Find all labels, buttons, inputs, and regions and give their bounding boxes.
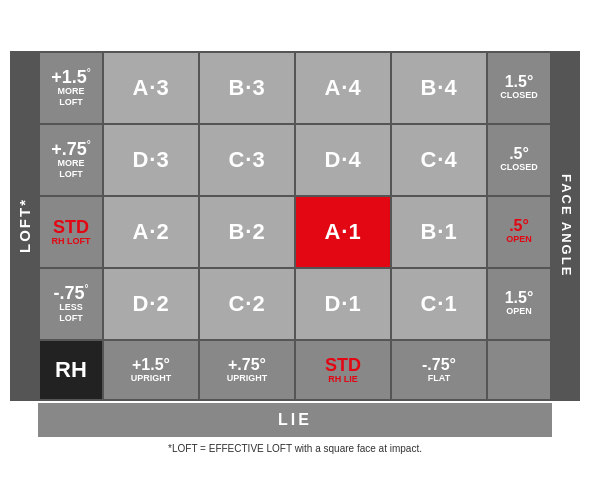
cell-c2: C·2 <box>200 269 294 339</box>
main-grid: +1.5° MORELOFT A·3 B·3 A·4 B·4 1.5° CLOS… <box>38 51 552 401</box>
lie-std-label: STD <box>325 356 361 374</box>
face-cell-2: .5° CLOSED <box>488 125 550 195</box>
lie-cell-2: +.75° UPRIGHT <box>200 341 294 399</box>
grid-row-3: STD RH LOFT A·2 B·2 A·1 B·1 .5° OPEN <box>40 197 550 267</box>
cell-a4: A·4 <box>296 53 390 123</box>
row-label-4: -.75° LESSLOFT <box>40 269 102 339</box>
lie-desc-1: UPRIGHT <box>131 373 172 383</box>
lie-cell-1: +1.5° UPRIGHT <box>104 341 198 399</box>
face-degree-3: .5° <box>509 218 529 234</box>
face-desc-1: CLOSED <box>500 90 538 101</box>
lie-cell-std: STD RH LIE <box>296 341 390 399</box>
lie-cell-4: -.75° FLAT <box>392 341 486 399</box>
face-desc-3: OPEN <box>506 234 532 245</box>
std-loft-label: STD <box>53 218 89 236</box>
std-loft-sub: RH LOFT <box>52 236 91 246</box>
cell-a2: A·2 <box>104 197 198 267</box>
face-cell-3: .5° OPEN <box>488 197 550 267</box>
cell-a1-active: A·1 <box>296 197 390 267</box>
row-label-1: +1.5° MORELOFT <box>40 53 102 123</box>
cell-c4: C·4 <box>392 125 486 195</box>
cell-c3: C·3 <box>200 125 294 195</box>
lie-desc-2: UPRIGHT <box>227 373 268 383</box>
rh-label: RH <box>40 341 102 399</box>
lie-degree-1: +1.5° <box>132 357 170 373</box>
lie-bar: LIE <box>38 403 552 437</box>
loft-degree-4: -.75° <box>53 284 88 302</box>
loft-label: LOFT* <box>10 51 38 401</box>
grid-row-1: +1.5° MORELOFT A·3 B·3 A·4 B·4 1.5° CLOS… <box>40 53 550 123</box>
cell-d2: D·2 <box>104 269 198 339</box>
cell-b3: B·3 <box>200 53 294 123</box>
lie-bar-wrapper: LIE <box>10 403 580 437</box>
face-desc-2: CLOSED <box>500 162 538 173</box>
lie-desc-4: FLAT <box>428 373 450 383</box>
cell-d3: D·3 <box>104 125 198 195</box>
face-degree-1: 1.5° <box>505 74 534 90</box>
row-label-2: +.75° MORELOFT <box>40 125 102 195</box>
footnote: *LOFT = EFFECTIVE LOFT with a square fac… <box>10 443 580 454</box>
lie-degree-2: +.75° <box>228 357 266 373</box>
grid-row-2: +.75° MORELOFT D·3 C·3 D·4 C·4 .5° CLOSE… <box>40 125 550 195</box>
cell-d1: D·1 <box>296 269 390 339</box>
face-bottom-spacer <box>488 341 550 399</box>
row-label-std: STD RH LOFT <box>40 197 102 267</box>
face-desc-4: OPEN <box>506 306 532 317</box>
loft-desc-1: MORELOFT <box>58 86 85 108</box>
face-angle-label: FACE ANGLE <box>552 51 580 401</box>
loft-degree-1: +1.5° <box>51 68 91 86</box>
lie-bar-spacer-left <box>10 403 38 437</box>
lie-degree-4: -.75° <box>422 357 456 373</box>
lie-std-sub: RH LIE <box>328 374 358 384</box>
lie-bar-spacer-right <box>552 403 580 437</box>
face-degree-4: 1.5° <box>505 290 534 306</box>
chart-wrapper: LOFT* +1.5° MORELOFT A·3 B·3 A·4 B·4 1.5… <box>10 51 580 454</box>
cell-d4: D·4 <box>296 125 390 195</box>
cell-b1: B·1 <box>392 197 486 267</box>
cell-a3: A·3 <box>104 53 198 123</box>
face-cell-4: 1.5° OPEN <box>488 269 550 339</box>
bottom-row: RH +1.5° UPRIGHT +.75° UPRIGHT STD RH LI… <box>40 341 550 399</box>
face-cell-1: 1.5° CLOSED <box>488 53 550 123</box>
loft-degree-2: +.75° <box>51 140 91 158</box>
face-degree-2: .5° <box>509 146 529 162</box>
grid-container: LOFT* +1.5° MORELOFT A·3 B·3 A·4 B·4 1.5… <box>10 51 580 401</box>
cell-b4: B·4 <box>392 53 486 123</box>
loft-desc-2: MORELOFT <box>58 158 85 180</box>
cell-b2: B·2 <box>200 197 294 267</box>
loft-desc-4: LESSLOFT <box>59 302 83 324</box>
cell-c1: C·1 <box>392 269 486 339</box>
grid-row-4: -.75° LESSLOFT D·2 C·2 D·1 C·1 1.5° OPEN <box>40 269 550 339</box>
